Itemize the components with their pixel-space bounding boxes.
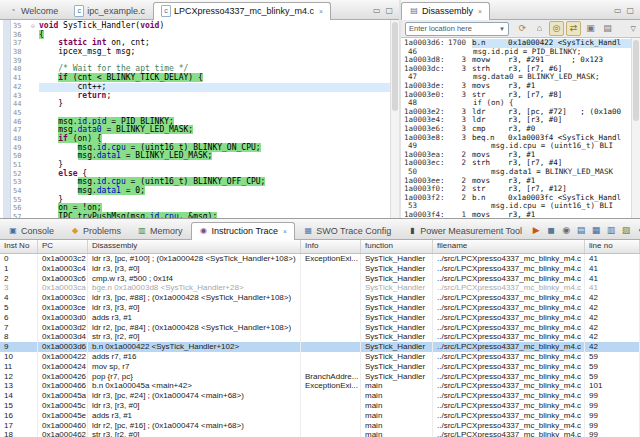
column-header-info[interactable]: Info [301,240,361,253]
tab-memory[interactable]: ▥Memory [129,222,191,239]
column-header-filename[interactable]: filename [433,240,585,253]
cell-line: 42 [585,323,640,333]
tab-swo-trace-config[interactable]: ▦SWO Trace Config [295,222,399,239]
trace-row[interactable]: 20x1a0003c6cmp.w r3, #500 ; 0x1f4SysTick… [0,274,640,284]
location-input[interactable]: Enter location here ▼ [405,22,509,36]
maximize-icon[interactable]: ▢ [626,6,634,15]
pin-view-icon[interactable]: ▤ [600,21,615,36]
trace-row[interactable]: 80x1a0003d4str r3, [r2, #0]SysTick_Handl… [0,332,640,342]
code-text: } [39,100,390,109]
column-header-disassembly[interactable]: Disassembly [88,240,301,253]
trace-toolbar: ▶◼◉▤▦▥▧●▯▨ ▽ ▭ ▢ [530,224,640,239]
tab-console[interactable]: ▣Console [0,222,62,239]
minimize-icon[interactable]: ▭ [614,6,622,15]
trace-row[interactable]: 170x1a000460ldr r2, [pc, #16] ; (0x1a000… [0,421,640,431]
cell-info [301,362,361,372]
trace-row[interactable]: 30x1a0003cabge.n 0x1a0003d8 <SysTick_Han… [0,283,640,293]
tab-blinky-m4[interactable]: cLPCXpresso4337_mc_blinky_m4.c× [153,2,331,20]
column-header-inst-no[interactable]: Inst No [0,240,38,253]
cell-file: ../src/LPCXpresso4337_mc_blinky_m4.c [433,372,585,382]
column-header-function[interactable]: function [361,240,433,253]
cell-no: 9 [0,342,38,352]
open-new-view-icon[interactable]: ▣ [583,21,598,36]
record-icon[interactable]: ● [635,224,640,236]
cell-info [301,323,361,333]
trace-row[interactable]: 10x1a0003c4ldr r3, [r3, #0]SysTick_Handl… [0,264,640,274]
editor-tab-label: Welcome [21,6,58,16]
sync-selection-icon[interactable]: ⇄ [566,21,581,36]
cell-file: ../src/LPCXpresso4337_mc_blinky_m4.c [433,332,585,342]
minimize-icon[interactable]: ▭ [373,6,381,15]
track-expression-icon[interactable]: ◎ [549,21,564,36]
cell-no: 18 [0,430,38,437]
cell-fn: SysTick_Handler [361,254,433,264]
cell-pc: 0x1a0003d0 [38,313,88,323]
cell-dis: ldr r3, [pc, #100] ; (0x1a000428 <SysTic… [88,254,301,264]
tab-instruction-trace[interactable]: ◉Instruction Trace× [191,222,296,240]
tab-welcome[interactable]: ◔Welcome [0,2,66,19]
trace-count: 1 [448,211,466,218]
bottom-tab-label: Instruction Trace [212,226,279,236]
line-number: 53 [13,178,31,187]
tab-ipc-example[interactable]: cipc_example.c [66,2,153,19]
editor-scrollbar[interactable] [390,20,399,218]
cell-dis: adds r7, #16 [88,352,301,362]
cell-line: 99 [585,421,640,431]
tab-problems[interactable]: ◆Problems [62,222,129,239]
cell-fn: SysTick_Handler [361,352,433,362]
cell-fn: SysTick_Handler [361,332,433,342]
cell-line: 42 [585,342,640,352]
camera-snapshot-icon[interactable]: ◉ [560,224,572,236]
close-icon[interactable]: × [478,8,482,15]
c-file-icon: c [161,5,171,17]
trace-row[interactable]: 140x1a00045aldr r3, [pc, #24] ; (0x1a000… [0,391,640,401]
power-measurement-icon: ▮ [407,226,417,236]
cell-pc: 0x1a0003cc [38,293,88,303]
home-icon[interactable]: ⌂ [532,21,547,36]
trace-row[interactable]: 160x1a00045eadds r3, #1main../src/LPCXpr… [0,411,640,421]
trace-row[interactable]: 90x1a0003d6b.n 0x1a000422 <SysTick_Handl… [0,342,640,352]
trace-row[interactable]: 70x1a0003d2ldr r2, [pc, #84] ; (0x1a0004… [0,323,640,333]
column-header-pc[interactable]: PC [38,240,88,253]
code-editor[interactable]: 35⊖void SysTick_Handler(void)36{37 stati… [0,20,399,218]
close-icon[interactable]: × [283,228,287,235]
trace-row[interactable]: 40x1a0003ccldr r3, [pc, #88] ; (0x1a0004… [0,293,640,303]
trace-row[interactable]: 150x1a00045cldr r3, [r3, #0]main../src/L… [0,401,640,411]
editor-tab-label: LPCXpresso4337_mc_blinky_m4.c [174,6,314,16]
close-icon[interactable]: × [319,8,323,15]
trace-table-header[interactable]: Inst NoPCDisassemblyInfofunctionfilename… [0,240,640,254]
refresh-icon[interactable]: ⟳ [515,21,530,36]
line-number: 39 [13,57,31,66]
tab-disassembly[interactable]: ▤ Disassembly × [401,2,490,20]
bottom-tab-label: Memory [150,226,183,236]
line-number: 43 [13,92,31,101]
cell-info [301,391,361,401]
run-trace-icon[interactable]: ▶ [530,224,542,236]
trace-row[interactable]: 00x1a0003c2ldr r3, [pc, #100] ; (0x1a000… [0,254,640,264]
cell-dis: bge.n 0x1a0003d8 <SysTick_Handler+28> [88,283,301,293]
view-menu-icon[interactable]: ▽ [631,25,636,33]
save-trace-icon[interactable]: ▤ [575,224,587,236]
column-header-line-no[interactable]: line no [585,240,640,253]
trace-row[interactable]: 180x1a000462str r3, [r2, #0]main../src/L… [0,430,640,437]
maximize-icon[interactable]: ▢ [385,6,393,15]
trace-row[interactable]: 130x1a000466b.n 0x1a00045a <main+42>Exce… [0,381,640,391]
tab-power-measurement-tool[interactable]: ▮Power Measurement Tool [399,222,530,239]
line-number: 38 [13,48,31,57]
trace-row[interactable]: 120x1a000426pop {r7, pc}BranchAddre...Sy… [0,372,640,382]
disassembly-listing[interactable]: 1a0003d6:1700b.n 0x1a000422 <SysTick_Han… [401,37,640,218]
chevron-down-icon[interactable]: ▼ [499,26,505,32]
export-trace-icon[interactable]: ▧ [620,224,632,236]
configure-columns-icon[interactable]: ▥ [605,224,617,236]
trace-row[interactable]: 50x1a0003celdr r3, [r3, #0]SysTick_Handl… [0,303,640,313]
cell-info [301,352,361,362]
disassembly-scrollbar[interactable] [631,38,640,218]
fold-marker-icon[interactable]: ⊖ [31,22,39,31]
trace-row[interactable]: 100x1a000422adds r7, #16SysTick_Handler.… [0,352,640,362]
cell-fn: SysTick_Handler [361,303,433,313]
editor-annotation-rail [3,20,11,218]
show-columns-icon[interactable]: ▦ [590,224,602,236]
trace-row[interactable]: 110x1a000424mov sp, r7SysTick_Handler../… [0,362,640,372]
trace-row[interactable]: 60x1a0003d0adds r3, #1SysTick_Handler../… [0,313,640,323]
stop-trace-icon[interactable]: ◼ [545,224,557,236]
